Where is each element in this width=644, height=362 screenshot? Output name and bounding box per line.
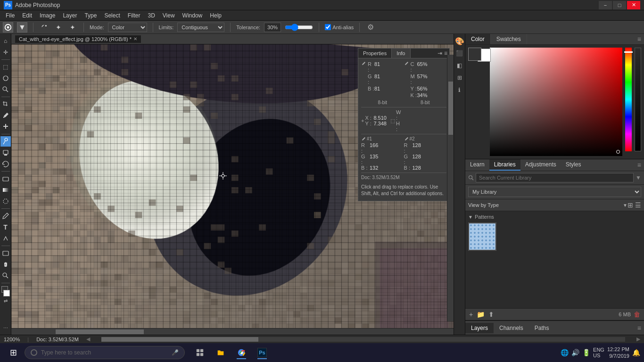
file-explorer-button[interactable]: [211, 345, 230, 360]
lib-search-input[interactable]: [476, 173, 634, 182]
brush-options-icon[interactable]: ⚙: [365, 22, 376, 33]
info-tab[interactable]: Info: [392, 49, 410, 58]
foreground-color-swatch[interactable]: [0, 286, 11, 296]
text-tool[interactable]: T: [0, 222, 11, 232]
patterns-icon[interactable]: ⊞: [454, 73, 465, 83]
minimize-button[interactable]: −: [599, 1, 612, 9]
start-button[interactable]: ⊞: [4, 345, 23, 360]
channels-tab[interactable]: Channels: [494, 323, 529, 333]
nav-left-icon[interactable]: ◀: [86, 336, 90, 342]
share-button[interactable]: ⬆: [487, 311, 495, 318]
canvas-tab[interactable]: Cat_with_red-eye_effect.jpg @ 1200% (RGB…: [15, 35, 141, 43]
mic-icon[interactable]: 🎤: [172, 349, 179, 356]
mode-select[interactable]: Color Hue Saturation Luminosity: [108, 23, 147, 32]
create-group-button[interactable]: 📁: [476, 311, 486, 318]
properties-tab[interactable]: Properties: [358, 49, 392, 58]
lasso-tool[interactable]: [0, 73, 11, 83]
tab-color[interactable]: Color: [465, 34, 491, 44]
info-panel-icon[interactable]: ℹ: [454, 85, 465, 95]
color-gradient-picker[interactable]: [490, 48, 622, 156]
canvas-scrollbar-vertical[interactable]: [447, 55, 454, 321]
history-tool[interactable]: [0, 159, 11, 169]
hand-tool[interactable]: [0, 259, 11, 270]
delete-button[interactable]: 🗑: [633, 311, 641, 318]
list-item[interactable]: [468, 222, 496, 251]
foreground-swatch[interactable]: [468, 48, 481, 61]
close-button[interactable]: ✕: [627, 1, 640, 9]
photoshop-taskbar-button[interactable]: Ps: [253, 345, 272, 360]
healing-tool[interactable]: [0, 122, 11, 132]
menu-select[interactable]: Select: [100, 11, 124, 20]
alpha-slider[interactable]: [635, 48, 641, 151]
horizontal-scrollbar[interactable]: [101, 337, 625, 342]
lib-panel-menu[interactable]: ≡: [635, 159, 644, 171]
menu-window[interactable]: Window: [179, 11, 206, 20]
section-triangle[interactable]: ▼: [468, 214, 473, 220]
blur-tool[interactable]: [0, 196, 11, 206]
tolerance-input[interactable]: [264, 23, 281, 32]
grid-view-icon[interactable]: ⊞: [627, 201, 633, 209]
menu-image[interactable]: Image: [36, 11, 59, 20]
list-view-icon[interactable]: ☰: [635, 201, 641, 209]
taskbar-search-bar[interactable]: Type here to search 🎤: [25, 346, 185, 359]
task-view-button[interactable]: [190, 345, 209, 360]
color-panel-menu[interactable]: ≡: [635, 34, 644, 44]
zoom-tool[interactable]: [0, 271, 11, 281]
swap-colors-icon[interactable]: ⇄: [4, 298, 8, 304]
styles-tab[interactable]: Styles: [561, 159, 586, 171]
hue-slider[interactable]: [625, 48, 632, 151]
tool-options3[interactable]: ✦: [67, 22, 78, 33]
chrome-button[interactable]: [232, 345, 251, 360]
close-canvas-tab[interactable]: ✕: [133, 36, 137, 41]
sample-icon[interactable]: ✦: [53, 22, 64, 33]
menu-type[interactable]: Type: [81, 11, 100, 20]
antialias-checkbox[interactable]: [325, 24, 331, 30]
menu-view[interactable]: View: [159, 11, 179, 20]
library-select[interactable]: My Library: [468, 187, 641, 197]
canvas-content[interactable]: Properties Info ⇥ ≡: [11, 44, 454, 328]
language-indicator[interactable]: ENGUS: [593, 347, 604, 358]
limits-select[interactable]: Contiguous Discontiguous Find Edges: [177, 23, 224, 32]
crop-tool[interactable]: [0, 99, 11, 109]
notification-icon[interactable]: 🔔: [632, 349, 640, 356]
quick-select-tool[interactable]: [0, 84, 11, 95]
swatches-icon[interactable]: ⬛: [454, 48, 465, 58]
replace-color-icon[interactable]: [39, 22, 50, 33]
menu-layer[interactable]: Layer: [59, 11, 81, 20]
eyedropper-tool[interactable]: [0, 110, 11, 121]
battery-icon[interactable]: 🔋: [582, 349, 590, 356]
search-dropdown-icon[interactable]: ▼: [636, 174, 641, 181]
brush-tool[interactable]: [0, 136, 11, 147]
adjustments-tab[interactable]: Adjustments: [520, 159, 561, 171]
marquee-tool[interactable]: ⬚: [0, 62, 11, 72]
learn-tab[interactable]: Learn: [465, 159, 489, 171]
nav-right-icon[interactable]: ▶: [636, 336, 640, 342]
speaker-icon[interactable]: 🔊: [571, 349, 579, 356]
menu-file[interactable]: File: [2, 11, 18, 20]
clock[interactable]: 12:22 PM 9/7/2019: [607, 346, 629, 360]
menu-help[interactable]: Help: [206, 11, 225, 20]
move-tool[interactable]: ✛: [0, 47, 11, 58]
add-item-button[interactable]: +: [468, 311, 474, 318]
color-panel-icon[interactable]: 🎨: [454, 36, 465, 46]
view-dropdown-icon[interactable]: ▼: [623, 203, 627, 208]
tool-options-icon2[interactable]: ▼: [17, 22, 27, 33]
menu-3d[interactable]: 3D: [144, 11, 158, 20]
layers-panel-menu[interactable]: ≡: [635, 324, 644, 332]
tool-options-icon[interactable]: [3, 22, 13, 33]
edit-toolbar-btn[interactable]: ⋯: [0, 322, 11, 333]
network-icon[interactable]: 🌐: [561, 349, 569, 356]
maximize-button[interactable]: □: [613, 1, 626, 9]
home-tool[interactable]: ⌂: [0, 36, 11, 46]
libraries-tab[interactable]: Libraries: [489, 159, 520, 171]
menu-edit[interactable]: Edit: [18, 11, 36, 20]
tab-swatches[interactable]: Swatches: [491, 34, 527, 44]
rect-shape-tool[interactable]: [0, 248, 11, 258]
paths-tab[interactable]: Paths: [529, 323, 555, 333]
menu-filter[interactable]: Filter: [124, 11, 144, 20]
layers-tab[interactable]: Layers: [465, 323, 494, 333]
path-tool[interactable]: [0, 233, 11, 244]
gradient-panel-icon[interactable]: ◧: [454, 60, 465, 71]
gradient-tool[interactable]: [0, 185, 11, 195]
pen-tool[interactable]: [0, 211, 11, 221]
